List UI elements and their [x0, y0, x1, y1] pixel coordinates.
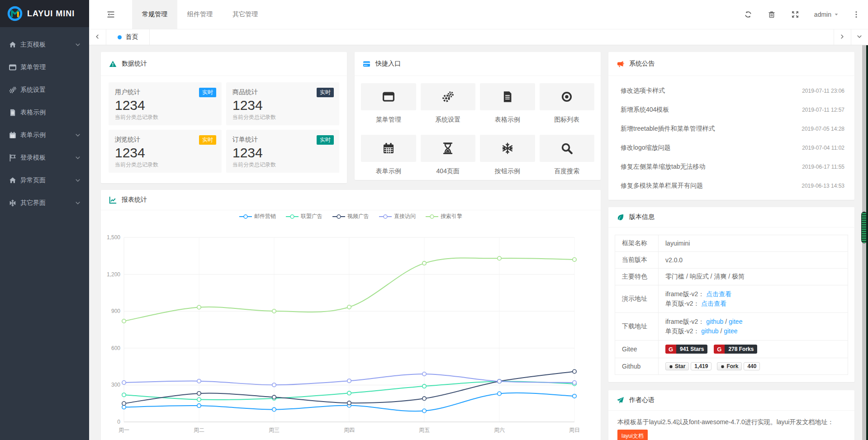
quick-entry-5[interactable]: 404页面 [421, 135, 476, 175]
status-badge: 实时 [317, 88, 334, 97]
app-logo[interactable]: LAYUI MINI [0, 0, 89, 27]
svg-text:周四: 周四 [344, 427, 355, 433]
legend-item-0[interactable]: 邮件营销 [239, 213, 276, 220]
stat-box-2[interactable]: 浏览统计1234当前分类总记录数实时 [109, 130, 222, 173]
sidebar-collapse-button[interactable] [89, 0, 132, 29]
legend-item-3[interactable]: 直接访问 [379, 213, 416, 220]
version-row-6: GithubStar1,419Fork440 [615, 358, 848, 375]
card-title: 报表统计 [122, 196, 147, 204]
quick-entry-2[interactable]: 表格示例 [480, 83, 535, 124]
notice-row-1: 新增系统404模板2019-07-11 12:57 [608, 100, 854, 119]
sidebar-item-5[interactable]: 登录模板 [0, 147, 89, 169]
sidebar-item-7[interactable]: 其它界面 [0, 192, 89, 214]
link-点击查看[interactable]: 点击查看 [701, 300, 726, 307]
version-label: Gitee [615, 341, 659, 358]
github-fork-button[interactable]: Fork [717, 362, 742, 370]
legend-item-4[interactable]: 搜索引擎 [426, 213, 462, 220]
tabbar-spacer [150, 29, 834, 45]
card-system-notice-header: 系统公告 [608, 52, 854, 76]
author-note-body: 本模板基于layui2.5.4以及font-awesome-4.7.0进行实现。… [608, 411, 854, 440]
version-label: Github [615, 358, 659, 375]
stat-box-3[interactable]: 订单统计1234当前分类总记录数实时 [226, 130, 339, 173]
tab-home[interactable]: 首页 [106, 29, 150, 45]
notice-row-0: 修改选项卡样式2019-07-11 23:06 [608, 81, 854, 100]
legend-item-1[interactable]: 联盟广告 [286, 213, 323, 220]
link-gitee[interactable]: gitee [729, 318, 742, 325]
tabs-scroll-left-button[interactable] [89, 29, 106, 45]
quick-entry-label: 菜单管理 [361, 116, 416, 124]
link-gitee[interactable]: gitee [724, 327, 737, 335]
notice-date: 2019-06-13 14:53 [802, 183, 844, 189]
link-github[interactable]: github [706, 318, 723, 325]
sidebar-item-label: 系统设置 [20, 86, 81, 94]
quick-entry-3[interactable]: 图标列表 [540, 83, 595, 124]
user-menu[interactable]: admin [814, 11, 839, 18]
stat-value: 1234 [115, 145, 215, 160]
gitee-logo: G [665, 345, 676, 354]
quick-entry-1[interactable]: 系统设置 [421, 83, 476, 124]
notice-date: 2019-07-04 11:02 [802, 145, 844, 151]
top-navbar: 常规管理组件管理其它管理 admin [89, 0, 868, 29]
calendar-icon [383, 142, 394, 154]
stat-value: 1234 [232, 98, 333, 113]
github-count[interactable]: 1,419 [691, 362, 711, 370]
stat-box-1[interactable]: 商品统计1234当前分类总记录数实时 [226, 82, 339, 125]
quick-entry-label: 百度搜索 [540, 167, 595, 175]
clear-cache-trash-icon[interactable] [768, 11, 775, 18]
notice-date: 2019-07-11 12:57 [802, 107, 844, 113]
version-label: 当前版本 [615, 252, 659, 269]
refresh-icon[interactable] [745, 11, 752, 18]
stat-box-0[interactable]: 用户统计1234当前分类总记录数实时 [109, 82, 222, 125]
navbar-module-tabs: 常规管理组件管理其它管理 [132, 0, 268, 29]
quick-entry-6[interactable]: 按钮示例 [480, 135, 535, 175]
layui-doc-badge[interactable]: layui文档 [617, 430, 648, 440]
status-badge: 实时 [199, 135, 216, 145]
sidebar-item-1[interactable]: 菜单管理 [0, 56, 89, 79]
sidebar-item-3[interactable]: 表格示例 [0, 101, 89, 124]
octocat-icon [669, 364, 675, 369]
card-list-icon [363, 60, 370, 68]
sidebar: LAYUI MINI 主页模板菜单管理系统设置表格示例表单示例登录模板异常页面其… [0, 0, 89, 440]
quick-entry-label: 按钮示例 [480, 167, 535, 175]
gears-icon [9, 86, 16, 94]
navbar-tab-2[interactable]: 其它管理 [223, 0, 268, 29]
github-count[interactable]: 440 [744, 362, 760, 370]
notice-text: 修改logo缩放问题 [621, 144, 797, 152]
quick-entry-box [421, 83, 476, 110]
svg-text:周一: 周一 [119, 427, 129, 433]
quick-entry-7[interactable]: 百度搜索 [540, 135, 595, 175]
line-chart-icon [109, 196, 117, 204]
gitee-badge[interactable]: G278 Forks [714, 345, 757, 354]
quick-entry-4[interactable]: 表单示例 [361, 135, 416, 175]
tabs-dropdown-button[interactable] [851, 29, 868, 45]
chevron-down-icon [856, 33, 863, 41]
sidebar-item-0[interactable]: 主页模板 [0, 33, 89, 56]
card-version-header: 版本信息 [608, 207, 854, 227]
warning-triangle-icon [109, 60, 117, 68]
report-line-chart: 03006009001,2001,500周一周二周三周四周五周六周日 [101, 222, 601, 440]
link-点击查看[interactable]: 点击查看 [706, 290, 731, 298]
legend-label: 直接访问 [394, 213, 416, 220]
navbar-tab-0[interactable]: 常规管理 [132, 0, 177, 29]
quick-entry-0[interactable]: 菜单管理 [361, 83, 416, 124]
card-data-statistics-header: 数据统计 [101, 52, 347, 76]
tabs-scroll-right-button[interactable] [834, 29, 851, 45]
sidebar-item-2[interactable]: 系统设置 [0, 79, 89, 101]
navbar-tab-1[interactable]: 组件管理 [177, 0, 223, 29]
version-row-2: 主要特色零门槛 / 响应式 / 清爽 / 极简 [615, 269, 848, 285]
gitee-badge[interactable]: G941 Stars [665, 345, 707, 354]
megaphone-icon [617, 60, 624, 68]
home-icon [9, 177, 16, 184]
github-badge-group: Fork440 [717, 362, 760, 370]
more-options-icon[interactable] [853, 11, 860, 18]
github-star-button[interactable]: Star [665, 362, 689, 370]
stat-desc: 当前分类总记录数 [232, 161, 333, 169]
notice-list: 修改选项卡样式2019-07-11 23:06新增系统404模板2019-07-… [608, 76, 854, 198]
sidebar-item-6[interactable]: 异常页面 [0, 169, 89, 192]
chevron-down-icon [75, 42, 81, 48]
legend-label: 邮件营销 [254, 213, 276, 220]
fullscreen-icon[interactable] [792, 11, 799, 18]
link-github[interactable]: github [701, 327, 718, 335]
legend-item-2[interactable]: 视频广告 [332, 213, 369, 220]
sidebar-item-4[interactable]: 表单示例 [0, 124, 89, 147]
